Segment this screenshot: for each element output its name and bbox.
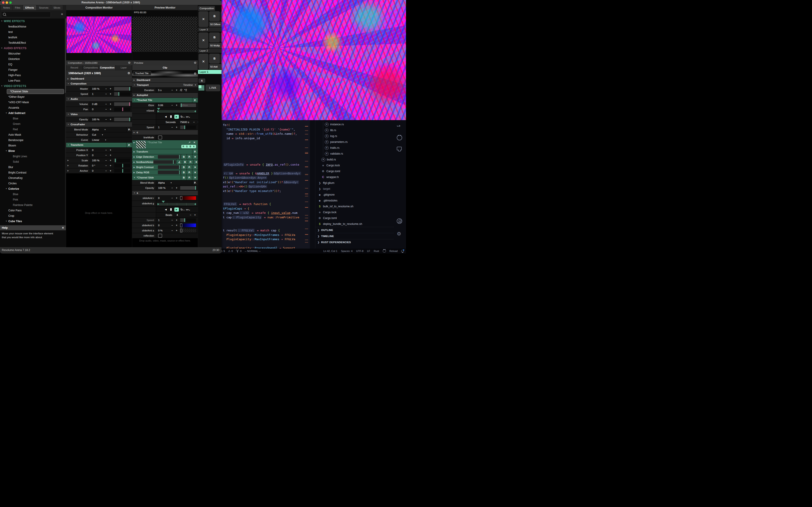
effects-tree-item[interactable]: Blue	[0, 191, 65, 197]
increment-button[interactable]: +	[174, 186, 179, 189]
tree-expand-icon[interactable]: ▼	[5, 148, 7, 154]
file-row-cargo-toml[interactable]: ⚙Cargo.toml	[315, 168, 394, 174]
slider-marker[interactable]	[122, 169, 123, 173]
effects-tree-item[interactable]: *v002-CRT-Mask	[0, 100, 65, 105]
remove-effect-button[interactable]: ✕	[192, 170, 198, 175]
effects-tree-item[interactable]: *Dither-Bayer	[0, 94, 65, 100]
chevron-down-icon[interactable]: ▾	[104, 128, 106, 131]
add-effect-button[interactable]: +	[61, 11, 63, 17]
tab-layer[interactable]: Layer	[116, 65, 132, 70]
file-row-validate-rs[interactable]: Rvalidate.rs	[315, 151, 394, 157]
triangle-right-icon[interactable]: ▶	[67, 76, 69, 81]
effects-tree-item[interactable]: Rainbow Palette	[0, 202, 65, 208]
increment-button[interactable]: +	[108, 169, 113, 172]
tab-clip[interactable]: Clip	[133, 65, 198, 70]
effects-tree-item[interactable]: Green	[0, 121, 65, 127]
triangle-down-icon[interactable]: ▼	[134, 177, 135, 179]
layer-name[interactable]: Layer 1	[198, 70, 221, 74]
file-row-log-rs[interactable]: Rlog.rs	[315, 133, 394, 139]
effects-tree-item[interactable]: Bloom	[0, 143, 65, 148]
file-row-cargo-lock[interactable]: ≡Cargo.lock	[315, 209, 394, 215]
help-close-icon[interactable]: ✕	[62, 225, 64, 230]
param-value[interactable]: 1	[156, 219, 170, 222]
increment-button[interactable]: +	[108, 108, 113, 111]
effects-tree-item[interactable]: Auto Mask	[0, 132, 65, 137]
param-value[interactable]: 0 dB	[90, 103, 104, 105]
decrement-button[interactable]: −	[104, 169, 108, 172]
decrement-button[interactable]: −	[170, 89, 174, 92]
param-value[interactable]: 100 %	[90, 159, 104, 162]
effects-tree-item[interactable]: Bitcrusher	[0, 51, 65, 56]
edit-curve-button[interactable]: ∠	[176, 160, 182, 165]
layer-blend-mode[interactable]: 50 Multip	[209, 43, 221, 48]
triangle-right-icon[interactable]: ▶	[134, 142, 135, 144]
channel-b[interactable]: B	[190, 145, 191, 148]
bypass-button[interactable]: B	[181, 175, 187, 180]
triangle-right-icon[interactable]: ▶	[134, 93, 135, 98]
triangle-right-icon[interactable]: ▶	[134, 161, 135, 163]
pause-button[interactable]	[169, 115, 173, 118]
section-dashboard[interactable]: ▶Dashboard	[66, 76, 132, 81]
param-slider[interactable]	[180, 186, 196, 190]
triangle-right-icon[interactable]: ▶	[67, 163, 69, 168]
chevron-down-icon[interactable]: ▾	[170, 182, 172, 184]
effects-tree-item[interactable]: test	[0, 29, 65, 35]
param-value[interactable]: 100 %	[156, 186, 170, 189]
bounce-button[interactable]: ↦▾	[186, 115, 190, 118]
file-row-instance-rs[interactable]: Rinstance.rs	[315, 121, 394, 127]
layers-header[interactable]: Composition	[198, 6, 215, 11]
prev-frame-button[interactable]: ◀	[164, 115, 167, 118]
param-value[interactable]: 1	[156, 126, 170, 129]
effects-tree-item[interactable]: testfork	[0, 35, 65, 40]
param-mode-button[interactable]: P.	[187, 154, 192, 159]
scrubber-position-marker[interactable]	[162, 201, 165, 203]
effect-header--truchet-tile[interactable]: ▼*Truchet TileP.	[132, 98, 198, 103]
tree-expand-icon[interactable]: ▼	[1, 18, 3, 24]
decrement-button[interactable]: −	[170, 219, 174, 222]
slider-marker[interactable]	[184, 125, 185, 129]
effects-tree-item[interactable]: Blue	[0, 116, 65, 121]
status-item[interactable]: Rust	[374, 250, 379, 252]
decrement-button[interactable]: −	[170, 224, 174, 227]
increment-button[interactable]: +	[108, 154, 113, 157]
account-icon[interactable]	[397, 218, 402, 224]
increment-button[interactable]: +	[174, 224, 179, 227]
triangle-right-icon[interactable]: ▶	[134, 151, 135, 153]
effects-tree-item[interactable]: Bright Lines	[0, 154, 65, 159]
increment-button[interactable]: +	[174, 89, 179, 92]
gear-icon[interactable]: ⚙	[194, 60, 197, 65]
param-mode-button[interactable]: P.	[187, 175, 192, 180]
dropdown-value[interactable]: Cut	[90, 133, 96, 136]
tab-composition[interactable]: Composition	[99, 65, 115, 70]
chevron-down-icon[interactable]: ▾	[102, 133, 103, 136]
github-icon[interactable]	[397, 135, 402, 140]
slider-marker[interactable]	[122, 108, 123, 111]
sidebar-tab-effects[interactable]: Effects	[23, 5, 36, 10]
effects-tree-item[interactable]: Color Pass	[0, 208, 65, 213]
file-row--gitmodules[interactable]: ◆.gitmodules	[315, 198, 394, 204]
effects-tree-item[interactable]: EQ	[0, 62, 65, 67]
rgba-channel-toggle[interactable]: RGBA	[181, 145, 196, 148]
timeline-scrubber[interactable]	[157, 201, 196, 207]
decrement-button[interactable]: −	[104, 93, 108, 96]
decrement-button[interactable]: −	[104, 154, 108, 157]
prev-frame-button[interactable]: ◀	[164, 208, 167, 211]
sidebar-tab-slices[interactable]: Slices	[51, 5, 63, 10]
triangle-down-icon[interactable]: ▼	[67, 122, 69, 127]
increment-button[interactable]: +	[108, 149, 113, 152]
effects-tree-item[interactable]: *Channel Slide	[0, 89, 65, 94]
triangle-down-icon[interactable]: ▼	[134, 191, 135, 195]
channel-a[interactable]: A	[193, 145, 195, 148]
gear-icon[interactable]: ⚙	[194, 72, 197, 75]
layer-bypass-button[interactable]: B	[209, 11, 220, 21]
file-row--gitignore[interactable]: ◆.gitignore	[315, 192, 394, 198]
scrubber-track[interactable]	[157, 110, 196, 113]
section-autopilot[interactable]: ▶Autopilot	[132, 93, 198, 98]
status-item[interactable]: LF	[367, 250, 370, 252]
effects-tree-item[interactable]: Crop	[0, 213, 65, 219]
triangle-down-icon[interactable]: ▼	[134, 83, 135, 88]
remove-effect-button[interactable]: ✕	[192, 165, 198, 170]
expand-icon[interactable]: ↗	[188, 141, 191, 144]
layer-bypass-button[interactable]: B	[209, 33, 220, 42]
section-audio[interactable]: ▼Audio	[66, 97, 132, 101]
